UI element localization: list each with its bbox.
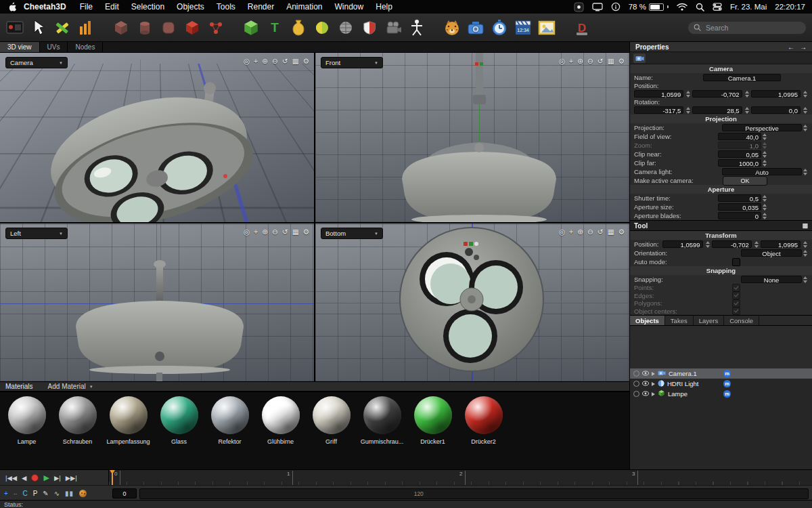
viewport-settings-icon[interactable]: ⚙	[303, 228, 309, 236]
skip-to-end-button[interactable]: ▶▶|	[66, 474, 77, 482]
control-center-icon[interactable]	[713, 3, 722, 11]
orbit-icon[interactable]: ↺	[597, 57, 604, 65]
stepper-icon[interactable]	[803, 106, 808, 114]
metaball-icon[interactable]	[313, 18, 332, 38]
current-frame-field[interactable]: 0	[112, 488, 137, 499]
material-sphere[interactable]	[160, 396, 198, 434]
stepper-icon[interactable]	[762, 194, 767, 203]
projection-select[interactable]: Perspective	[722, 124, 802, 131]
zoom-out-icon[interactable]: ⊖	[587, 228, 593, 236]
rotation-y-field[interactable]: 28,5	[692, 106, 742, 114]
tool-position-x-field[interactable]: 1,0599	[662, 240, 702, 248]
material-badge[interactable]: m	[723, 390, 731, 398]
position-z-field[interactable]: 1,0995	[751, 90, 800, 98]
clapperboard-icon[interactable]: 12:34	[514, 18, 533, 38]
tab-3d-view[interactable]: 3D view	[0, 42, 40, 52]
viewport-layout-icon[interactable]	[5, 18, 24, 38]
render-camera-icon[interactable]	[466, 18, 485, 38]
shield-icon[interactable]	[360, 18, 379, 38]
stepper-icon[interactable]	[754, 240, 759, 249]
stepper-icon[interactable]	[762, 133, 767, 141]
select-chevrons-icon[interactable]	[803, 124, 808, 132]
viewport-camera[interactable]: Camera ▼ ◎ + ⊕ ⊖ ↺ ▦ ⚙	[0, 53, 314, 222]
shutter-field[interactable]: 0,5	[718, 194, 761, 202]
viewport-bottom-active[interactable]: Bottom ▼ ◎ + ⊕ ⊖ ↺ ▦ ⚙	[315, 224, 629, 381]
wifi-icon[interactable]	[677, 3, 687, 11]
stepper-icon[interactable]	[744, 90, 750, 98]
curve-editor-icon[interactable]: C	[22, 490, 27, 497]
pan-icon[interactable]: +	[254, 228, 258, 236]
key-dots-icon[interactable]: ∙∙	[14, 490, 18, 497]
viewport-front[interactable]: Front ▼ ◎ + ⊕ ⊖ ↺ ▦ ⚙	[315, 53, 629, 222]
material-sphere[interactable]	[465, 396, 503, 434]
zoom-out-icon[interactable]: ⊖	[272, 228, 278, 236]
material-item[interactable]: Drücker1	[407, 396, 458, 469]
zoom-in-icon[interactable]: ⊕	[577, 57, 583, 65]
tab-nodes[interactable]: Nodes	[68, 42, 103, 52]
cheetah-render-icon[interactable]	[443, 18, 461, 38]
record-button[interactable]	[31, 474, 39, 482]
snapping-select[interactable]: None	[741, 276, 802, 283]
viewport-settings-icon[interactable]: ⚙	[618, 228, 625, 236]
object-row-lampe[interactable]: Lampe m	[630, 389, 812, 399]
viewport-bottom-selector[interactable]: Bottom ▼	[321, 228, 383, 239]
tab-objects[interactable]: Objects	[630, 316, 665, 325]
stepper-icon[interactable]	[762, 212, 767, 220]
viewport-front-selector[interactable]: Front ▼	[321, 57, 383, 68]
focus-icon[interactable]: ◎	[244, 228, 250, 236]
movie-camera-icon[interactable]	[384, 18, 403, 38]
position-x-field[interactable]: 1,0599	[634, 90, 683, 98]
select-chevrons-icon[interactable]	[803, 276, 808, 284]
camera-type-icon[interactable]	[633, 54, 646, 63]
object-row-camera[interactable]: Camera.1 m	[630, 368, 812, 379]
rotation-z-field[interactable]: 0,0	[751, 106, 800, 114]
character-skeleton-icon[interactable]	[407, 18, 426, 38]
menu-animation[interactable]: Animation	[286, 2, 322, 12]
render-dot-icon[interactable]	[633, 381, 639, 387]
clip-far-field[interactable]: 1000,0	[718, 159, 761, 167]
eye-icon[interactable]	[642, 370, 649, 377]
render-dot-icon[interactable]	[633, 371, 639, 377]
step-back-button[interactable]: ◀	[22, 474, 26, 482]
polygons-checkbox[interactable]	[732, 299, 740, 308]
focus-icon[interactable]: ◎	[559, 57, 565, 65]
quad-view-icon[interactable]: ▦	[292, 57, 299, 65]
fov-field[interactable]: 40,0	[718, 133, 761, 140]
transform-keys-icon[interactable]: +	[4, 490, 8, 497]
menu-window[interactable]: Window	[335, 2, 364, 12]
tab-uvs[interactable]: UVs	[40, 42, 68, 52]
polygon-cylinder-tool-icon[interactable]	[135, 18, 154, 38]
menu-render[interactable]: Render	[248, 2, 274, 12]
pan-icon[interactable]: +	[569, 228, 573, 236]
orientation-select[interactable]: Object	[741, 249, 802, 257]
lathe-vase-icon[interactable]	[289, 18, 308, 38]
quad-view-icon[interactable]: ▦	[608, 57, 614, 65]
material-item[interactable]: Griff	[306, 396, 357, 469]
back-icon[interactable]: ←	[788, 43, 794, 51]
select-chevrons-icon[interactable]	[803, 168, 808, 176]
stepper-icon[interactable]	[705, 240, 710, 249]
angle-ruler-icon[interactable]	[53, 18, 72, 38]
render-dot-icon[interactable]	[633, 391, 639, 397]
orbit-icon[interactable]: ↺	[282, 228, 288, 236]
material-item[interactable]: Gummischrau...	[357, 396, 407, 469]
voxel-sphere-icon[interactable]	[336, 18, 355, 38]
cursor-tool-icon[interactable]	[29, 18, 48, 38]
eye-icon[interactable]	[642, 390, 649, 398]
tool-position-z-field[interactable]: 1,0995	[761, 240, 800, 248]
step-forward-button[interactable]: ▶|	[54, 474, 61, 482]
pen-icon[interactable]: ✎	[43, 490, 48, 497]
zoom-out-icon[interactable]: ⊖	[587, 57, 593, 65]
stepper-icon[interactable]	[762, 159, 767, 167]
select-chevrons-icon[interactable]	[803, 249, 808, 257]
tab-takes[interactable]: Takes	[665, 316, 694, 325]
material-sphere[interactable]	[414, 396, 452, 434]
cheetah-icon[interactable]	[79, 490, 87, 497]
zoom-in-icon[interactable]: ⊕	[262, 228, 268, 236]
measure-ruler-icon[interactable]	[76, 18, 95, 38]
viewport-camera-selector[interactable]: Camera ▼	[5, 57, 68, 68]
stepper-icon[interactable]	[762, 203, 767, 211]
object-row-hdri-light[interactable]: HDRI Light m	[630, 379, 812, 389]
material-item[interactable]: Glass	[154, 396, 204, 469]
viewport-left-selector[interactable]: Left ▼	[5, 228, 68, 239]
